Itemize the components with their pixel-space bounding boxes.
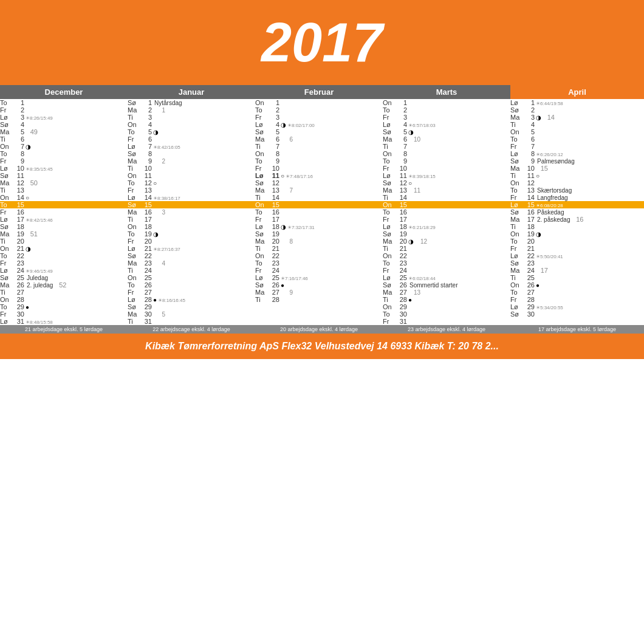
jan-12: To12○: [128, 179, 255, 187]
apr-12: On12: [510, 179, 644, 187]
mar-9: To9: [383, 157, 510, 165]
feb-21: Ti21: [255, 245, 383, 252]
dec-21: On21◑: [0, 245, 128, 252]
table-row: Lø3☀8:26/15:49 Ti3 Fr3 Fr3 Ma3◑14: [0, 114, 644, 121]
feb-28: Ti28: [255, 296, 383, 303]
feb-2: To2: [255, 106, 383, 114]
dec-17: Lø17☀8:42/15:46: [0, 216, 128, 223]
apr-7: Fr7: [510, 143, 644, 150]
dec-25: Sø25Juledag: [0, 274, 128, 281]
jan-19: To19◑: [128, 230, 255, 238]
apr-empty: [510, 318, 644, 325]
table-row: To22 Sø22 On22 On22 Lø22☀5:50/20:41: [0, 252, 644, 259]
mar-7: Ti7: [383, 143, 510, 150]
dec-3: Lø3☀8:26/15:49: [0, 114, 128, 121]
dec-13: Ti13: [0, 187, 128, 194]
feb-7: Ti7: [255, 143, 383, 150]
mar-19: Sø19: [383, 230, 510, 238]
mar-22: On22: [383, 252, 510, 259]
jan-25: On25: [128, 274, 255, 281]
feb-23: To23: [255, 259, 383, 267]
dec-11: Sø11: [0, 172, 128, 179]
feb-empty3: [255, 318, 383, 325]
apr-16: Sø16Påskedag: [510, 208, 644, 216]
main-calendar: December Januar Februar Marts April To1 …: [0, 85, 644, 334]
table-row: Fr9 Ma92 To9 To9 Sø9Palmesøndag: [0, 157, 644, 165]
jan-29: Sø29: [128, 303, 255, 310]
feb-1: On1: [255, 99, 383, 106]
apr-23: Sø23: [510, 259, 644, 267]
mar-2: To2: [383, 106, 510, 114]
table-row: Sø4 On4 Lø4◑☀8:02/17:00 Lø4☀6:57/18:03 T…: [0, 121, 644, 128]
jan-26: To26: [128, 281, 255, 289]
mar-27: Ma2713: [383, 289, 510, 296]
dec-24: Lø24☀9:46/15:49: [0, 267, 128, 274]
month-header-row: December Januar Februar Marts April: [0, 85, 644, 99]
dec-27: Ti27: [0, 289, 128, 296]
mar-11: Lø11☀8:39/18:15: [383, 172, 510, 179]
feb-27: Ma279: [255, 289, 383, 296]
mar-24: Fr24: [383, 267, 510, 274]
feb-14: Ti14: [255, 194, 383, 201]
jan-9: Ma92: [128, 157, 255, 165]
table-row: Ma1250 To12○ Sø12 Sø12○ On12: [0, 179, 644, 187]
dec-7: On7◑: [0, 143, 128, 150]
feb-11: Lø11○☀7:48/17:16: [255, 172, 383, 179]
apr-2: Sø2: [510, 106, 644, 114]
jan-15: Sø15: [128, 201, 255, 208]
feb-15: On15: [255, 201, 383, 208]
bottom-bar: Kibæk Tømrerforretning ApS Flex32 Velhus…: [0, 334, 644, 359]
apr-26: On26●: [510, 281, 644, 289]
mar-18: Lø18☀6:21/18:29: [383, 223, 510, 230]
jan-7: Lø7☀8:42/16:05: [128, 143, 255, 150]
dec-16: Fr16: [0, 208, 128, 216]
jan-20: Fr20: [128, 238, 255, 245]
apr-10: Ma1015: [510, 165, 644, 172]
feb-5: Sø5: [255, 128, 383, 135]
jan-28: Lø28●☀8:16/16:45: [128, 296, 255, 303]
table-row: Fr23 Ma234 To23 To23 Sø23: [0, 259, 644, 267]
apr-3: Ma3◑14: [510, 114, 644, 121]
apr-29: Lø29☀5:34/20:55: [510, 303, 644, 310]
apr-21: Fr21: [510, 245, 644, 252]
jan-27: Fr27: [128, 289, 255, 296]
jan-5: To5◑: [128, 128, 255, 135]
table-row: Ti6 Fr6 Ma66 Ma610 To6: [0, 135, 644, 143]
apr-18: Ti18: [510, 223, 644, 230]
table-row: Sø18 On18 Lø18◑☀7:32/17:31 Lø18☀6:21/18:…: [0, 223, 644, 230]
mar-23: To23: [383, 259, 510, 267]
month-april: April: [510, 85, 644, 99]
table-row: Ma1951 To19◑ Sø19 Sø19 On19◑: [0, 230, 644, 238]
company-info: Kibæk Tømrerforretning ApS Flex32 Velhus…: [145, 341, 499, 352]
mar-15: On15: [383, 201, 510, 208]
jan-24: Ti24: [128, 267, 255, 274]
dec-28: On28: [0, 296, 128, 303]
dec-5: Ma549: [0, 128, 128, 135]
feb-8: On8: [255, 150, 383, 157]
dec-18: Sø18: [0, 223, 128, 230]
dec-10: Lø10☀8:35/15:45: [0, 165, 128, 172]
table-row: Fr30 Ma305 To30 Sø30: [0, 310, 644, 318]
mar-12: Sø12○: [383, 179, 510, 187]
feb-empty: [255, 303, 383, 310]
jan-10: Ti10: [128, 165, 255, 172]
dec-19: Ma1951: [0, 230, 128, 238]
mar-8: On8: [383, 150, 510, 157]
jan-13: Fr13: [128, 187, 255, 194]
month-januar: Januar: [128, 85, 255, 99]
feb-16: To16: [255, 208, 383, 216]
mar-30: To30: [383, 310, 510, 318]
feb-4: Lø4◑☀8:02/17:00: [255, 121, 383, 128]
mar-21: Ti21: [383, 245, 510, 252]
feb-9: To9: [255, 157, 383, 165]
apr-5: On5: [510, 128, 644, 135]
month-marts: Marts: [383, 85, 510, 99]
table-row: To8 Sø8 On8 On8 Lø8☀6:26/20:12: [0, 150, 644, 157]
table-row: Lø31☀8:48/15:58 Ti31 Fr31: [0, 318, 644, 325]
table-row: Ma262. juledag52 To26 Sø26● Sø26Sommerti…: [0, 281, 644, 289]
jan-16: Ma163: [128, 208, 255, 216]
jan-11: On11: [128, 172, 255, 179]
dec-30: Fr30: [0, 310, 128, 318]
header: 2017: [0, 0, 644, 85]
table-row: On14○ Lø14☀8:38/16:17 Ti14 Ti14 Fr14Lang…: [0, 194, 644, 201]
